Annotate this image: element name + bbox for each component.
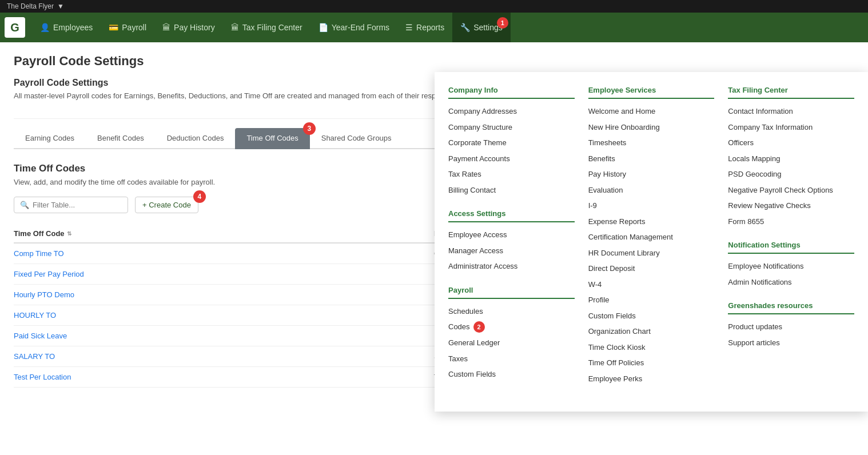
menu-support-articles[interactable]: Support articles <box>728 335 854 351</box>
dropdown-col-2: Employee Services Welcome and Home New H… <box>588 86 715 398</box>
menu-taxes[interactable]: Taxes <box>448 351 575 367</box>
menu-officers[interactable]: Officers <box>728 135 854 151</box>
menu-payment-accounts[interactable]: Payment Accounts <box>448 151 575 167</box>
menu-codes[interactable]: Codes 2 <box>448 319 575 335</box>
nav-item-tax-filing[interactable]: 🏛 Tax Filing Center <box>223 13 310 42</box>
nav-label-pay-history: Pay History <box>174 23 215 32</box>
row-code[interactable]: Comp Time TO <box>14 249 434 258</box>
col-header-code: Time Off Code ⇅ <box>14 229 434 238</box>
settings-badge: 1 <box>497 17 508 29</box>
menu-custom-fields-payroll[interactable]: Custom Fields <box>448 366 575 382</box>
nav-item-settings[interactable]: 🔧 Settings 1 <box>452 13 511 42</box>
menu-evaluation[interactable]: Evaluation <box>588 182 715 198</box>
menu-company-structure[interactable]: Company Structure <box>448 119 575 135</box>
menu-direct-deposit[interactable]: Direct Deposit <box>588 261 715 277</box>
menu-negative-payroll[interactable]: Negative Payroll Check Options <box>728 182 854 198</box>
step4-badge: 4 <box>193 190 206 203</box>
tax-filing-title: Tax Filing Center <box>728 86 854 99</box>
row-code[interactable]: SALARY TO <box>14 352 434 361</box>
row-code[interactable]: Test Per Location <box>14 373 434 381</box>
menu-custom-fields-emp[interactable]: Custom Fields <box>588 308 715 324</box>
menu-employee-access[interactable]: Employee Access <box>448 227 575 243</box>
tab-deduction-codes[interactable]: Deduction Codes <box>156 128 236 149</box>
tab-time-off-codes[interactable]: Time Off Codes 3 <box>235 128 309 149</box>
company-info-title: Company Info <box>448 86 575 99</box>
menu-review-negative[interactable]: Review Negative Checks <box>728 198 854 214</box>
menu-time-clock[interactable]: Time Clock Kiosk <box>588 340 715 356</box>
menu-corporate-theme[interactable]: Corporate Theme <box>448 135 575 151</box>
nav-item-payroll[interactable]: 💳 Payroll <box>101 13 154 42</box>
search-box[interactable]: 🔍 <box>14 197 128 213</box>
menu-certification[interactable]: Certification Management <box>588 229 715 245</box>
menu-expense-reports[interactable]: Expense Reports <box>588 214 715 230</box>
row-code[interactable]: Paid Sick Leave <box>14 332 434 340</box>
menu-welcome-home[interactable]: Welcome and Home <box>588 103 715 119</box>
menu-employee-perks[interactable]: Employee Perks <box>588 371 715 387</box>
menu-employee-notifications[interactable]: Employee Notifications <box>728 258 854 274</box>
menu-time-off-policies[interactable]: Time Off Policies <box>588 355 715 371</box>
menu-admin-notifications[interactable]: Admin Notifications <box>728 274 854 290</box>
menu-section-payroll: Payroll Schedules Codes 2 General Ledger… <box>448 286 575 382</box>
dropdown-menu: Company Info Company Addresses Company S… <box>435 72 868 412</box>
row-code[interactable]: Fixed Per Pay Period <box>14 270 434 278</box>
dropdown-col-3: Tax Filing Center Contact Information Co… <box>728 86 854 398</box>
search-icon: 🔍 <box>20 201 29 209</box>
nav-label-reports: Reports <box>416 23 444 32</box>
payroll-icon: 💳 <box>109 23 118 32</box>
menu-product-updates[interactable]: Product updates <box>728 319 854 335</box>
top-bar-arrow[interactable]: ▼ <box>57 2 64 10</box>
menu-section-tax-filing: Tax Filing Center Contact Information Co… <box>728 86 854 229</box>
tab-benefit-codes[interactable]: Benefit Codes <box>86 128 156 149</box>
menu-benefits[interactable]: Benefits <box>588 151 715 167</box>
top-bar: The Delta Flyer ▼ <box>0 0 868 13</box>
top-bar-title: The Delta Flyer <box>7 2 54 10</box>
create-code-button[interactable]: + Create Code 4 <box>135 197 198 213</box>
menu-w4[interactable]: W-4 <box>588 277 715 293</box>
menu-i9[interactable]: I-9 <box>588 198 715 214</box>
menu-schedules[interactable]: Schedules <box>448 304 575 320</box>
step3-badge: 3 <box>303 122 316 135</box>
nav-item-pay-history[interactable]: 🏛 Pay History <box>154 13 223 42</box>
menu-section-company-info: Company Info Company Addresses Company S… <box>448 86 575 198</box>
menu-locals-mapping[interactable]: Locals Mapping <box>728 151 854 167</box>
payroll-title: Payroll <box>448 286 575 299</box>
menu-section-notification: Notification Settings Employee Notificat… <box>728 241 854 290</box>
nav-label-employees: Employees <box>53 23 93 32</box>
menu-new-hire[interactable]: New Hire Onboarding <box>588 119 715 135</box>
sort-icon-code[interactable]: ⇅ <box>67 230 71 237</box>
menu-psd-geocoding[interactable]: PSD Geocoding <box>728 166 854 182</box>
tab-earning-codes[interactable]: Earning Codes <box>14 128 86 149</box>
nav-logo: G <box>5 17 25 38</box>
page-title: Payroll Code Settings <box>14 54 854 69</box>
nav-label-year-end: Year-End Forms <box>332 23 389 32</box>
menu-form8655[interactable]: Form 8655 <box>728 214 854 230</box>
nav-item-year-end[interactable]: 📄 Year-End Forms <box>310 13 397 42</box>
access-settings-title: Access Settings <box>448 209 575 222</box>
menu-pay-history[interactable]: Pay History <box>588 166 715 182</box>
nav-item-reports[interactable]: ☰ Reports <box>397 13 452 42</box>
tab-shared-code-groups[interactable]: Shared Code Groups <box>310 128 403 149</box>
employee-services-title: Employee Services <box>588 86 715 99</box>
menu-org-chart[interactable]: Organization Chart <box>588 324 715 340</box>
tax-filing-icon: 🏛 <box>231 23 239 32</box>
nav-item-employees[interactable]: 👤 Employees <box>32 13 101 42</box>
menu-company-addresses[interactable]: Company Addresses <box>448 103 575 119</box>
menu-general-ledger[interactable]: General Ledger <box>448 335 575 351</box>
menu-contact-info[interactable]: Contact Information <box>728 103 854 119</box>
menu-billing-contact[interactable]: Billing Contact <box>448 182 575 198</box>
menu-tax-rates[interactable]: Tax Rates <box>448 166 575 182</box>
menu-administrator-access[interactable]: Administrator Access <box>448 258 575 274</box>
row-code[interactable]: HOURLY TO <box>14 311 434 320</box>
row-code[interactable]: Hourly PTO Demo <box>14 290 434 299</box>
menu-company-tax-info[interactable]: Company Tax Information <box>728 119 854 135</box>
menu-section-employee-services: Employee Services Welcome and Home New H… <box>588 86 715 386</box>
nav-label-payroll: Payroll <box>122 23 146 32</box>
search-input[interactable] <box>33 201 122 209</box>
menu-profile[interactable]: Profile <box>588 292 715 308</box>
menu-hr-doc-library[interactable]: HR Document Library <box>588 245 715 261</box>
reports-icon: ☰ <box>405 23 413 32</box>
menu-manager-access[interactable]: Manager Access <box>448 243 575 259</box>
create-code-label: + Create Code <box>142 201 191 209</box>
menu-timesheets[interactable]: Timesheets <box>588 135 715 151</box>
nav-items: 👤 Employees 💳 Payroll 🏛 Pay History 🏛 Ta… <box>32 13 863 42</box>
